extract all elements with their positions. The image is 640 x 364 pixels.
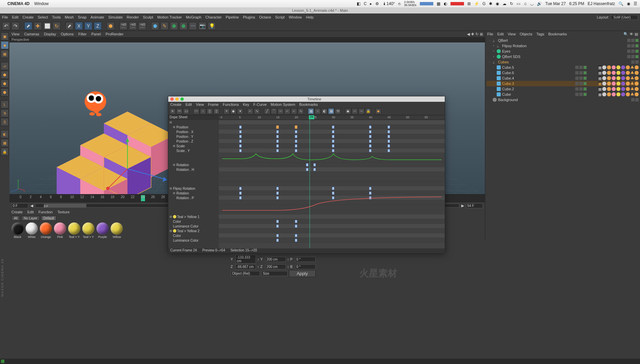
tag-icon[interactable]: ▦	[598, 71, 602, 74]
size-mode[interactable]: Size	[261, 271, 288, 276]
keyframe[interactable]	[332, 196, 334, 200]
vis-render-toggle[interactable]	[579, 71, 583, 74]
menu-motion-tracker[interactable]: Motion Tracker	[157, 15, 182, 19]
menubar-icon[interactable]: ☁	[502, 1, 506, 6]
keyframe[interactable]	[313, 168, 316, 171]
material-tag[interactable]	[612, 65, 616, 69]
playhead-marker[interactable]: 24	[141, 195, 145, 201]
tag-icon[interactable]: ▦	[598, 76, 602, 80]
menu-render[interactable]: Render	[127, 15, 139, 19]
vis-editor-toggle[interactable]	[575, 82, 579, 85]
vis-editor-toggle[interactable]	[575, 87, 579, 91]
tlw-menu-motion-system[interactable]: Motion System	[271, 102, 295, 107]
fold-icon[interactable]: ⊟	[170, 121, 172, 124]
keyframe[interactable]	[369, 144, 372, 148]
keyframe[interactable]	[369, 125, 372, 129]
tlw-tree-row[interactable]: ⊟Rotation	[168, 191, 219, 195]
vp-menu-display[interactable]: Display	[44, 32, 56, 36]
texture-mode[interactable]: ▦	[1, 50, 9, 58]
material-tag[interactable]	[616, 76, 620, 80]
material-tag[interactable]	[607, 87, 611, 91]
keyframe[interactable]	[369, 196, 372, 200]
scale-tool[interactable]: ⬜	[43, 22, 51, 30]
vis-render-toggle[interactable]	[631, 39, 635, 42]
keyframe[interactable]	[332, 140, 334, 143]
keyframe[interactable]	[295, 135, 297, 138]
tlw-tree-row[interactable]: ⊟Flipsy Rotation	[168, 186, 219, 191]
snap-mode[interactable]: S	[1, 118, 9, 126]
keyframe[interactable]	[313, 163, 316, 166]
keyframe[interactable]	[239, 191, 242, 195]
menubar-icon[interactable]: ♫	[524, 1, 527, 6]
fold-icon[interactable]: ⊟	[173, 126, 176, 128]
menu-help[interactable]: Help	[306, 15, 314, 19]
vis-editor-toggle[interactable]	[575, 66, 579, 69]
vp-menu-options[interactable]: Options	[61, 32, 74, 36]
tag-icon[interactable]	[631, 65, 634, 68]
keyframe[interactable]	[369, 140, 372, 143]
keyframe[interactable]	[295, 149, 297, 152]
track-row[interactable]	[219, 191, 445, 195]
track-row[interactable]	[219, 139, 445, 144]
tlw-tool[interactable]: ─	[358, 108, 365, 114]
keyframe[interactable]	[239, 149, 242, 152]
vis-editor-toggle[interactable]	[631, 60, 635, 64]
timeline-tracks[interactable]: 051015202530354045505524	[219, 115, 445, 248]
track-row[interactable]	[219, 186, 445, 191]
rot-p[interactable]: 0 °	[295, 257, 316, 262]
menubar-icon[interactable]: ▦	[437, 1, 440, 6]
tree-row-cube-3[interactable]: Cube.3▦	[487, 81, 639, 86]
tlw-tree-row[interactable]: Position . Y	[168, 134, 219, 139]
tlw-menu-f-curve[interactable]: F-Curve	[253, 102, 267, 107]
frame-start-input[interactable]	[11, 203, 28, 208]
tag-icon[interactable]: ▦	[598, 65, 602, 69]
menubar-icon[interactable]: ⚙	[375, 1, 379, 6]
material-tag[interactable]	[607, 92, 611, 96]
tlw-menu-bookmarks[interactable]: Bookmarks	[299, 102, 318, 107]
camera[interactable]: 📷	[198, 22, 206, 30]
tlw-menu-functions[interactable]: Functions	[223, 102, 239, 107]
keyframe[interactable]	[239, 144, 242, 148]
app-name[interactable]: CINEMA 4D	[7, 1, 30, 6]
track-row[interactable]	[219, 129, 445, 134]
material-tag[interactable]	[635, 76, 639, 80]
undo-button[interactable]: ↶	[2, 22, 10, 30]
menu-script[interactable]: Script	[275, 15, 285, 19]
om-menu-bookmarks[interactable]: Bookmarks	[548, 32, 567, 36]
keyframe[interactable]	[306, 168, 309, 171]
tlw-tangent[interactable]: ╱	[264, 108, 270, 114]
tlw-tree-row[interactable]: Position . Z	[168, 139, 219, 144]
keyframe[interactable]	[276, 224, 279, 228]
track-row[interactable]	[219, 219, 445, 224]
locked-workplane[interactable]: ▦	[1, 139, 9, 147]
vis-editor-toggle[interactable]	[575, 93, 579, 96]
tlw-tree-row[interactable]: Position . X	[168, 129, 219, 134]
tlw-key-tool[interactable]: ▾	[237, 108, 243, 114]
date[interactable]: Tue Mar 27	[545, 1, 566, 6]
enable-toggle[interactable]	[635, 50, 639, 53]
timeline-titlebar[interactable]: Timeline	[168, 96, 445, 102]
expand-icon[interactable]: +	[492, 55, 495, 58]
vp-menu-filter[interactable]: Filter	[78, 32, 86, 36]
pos-z[interactable]: -66.667 cm	[235, 264, 256, 269]
menu-sculpt[interactable]: Sculpt	[143, 15, 153, 19]
material-tag[interactable]	[612, 87, 616, 91]
material-tag[interactable]	[635, 65, 639, 69]
vis-render-toggle[interactable]	[631, 50, 635, 53]
volume-icon[interactable]: 🔊	[537, 1, 542, 6]
siri-icon[interactable]: ◉	[627, 1, 630, 6]
material-tag[interactable]	[602, 92, 606, 96]
vis-render-toggle[interactable]	[579, 93, 583, 96]
move-tool[interactable]: ✚	[34, 22, 42, 30]
environment[interactable]: 〰	[189, 22, 197, 30]
tree-row-cube-4[interactable]: Cube.4▦	[487, 75, 639, 81]
material-tag[interactable]	[621, 71, 625, 75]
tlw-tree-row[interactable]: Scale . Y	[168, 148, 219, 153]
keyframe[interactable]	[295, 239, 297, 242]
om-menu-objects[interactable]: Objects	[520, 32, 532, 36]
mac-menu-window[interactable]: Window	[34, 1, 49, 6]
material-tag[interactable]	[635, 92, 639, 96]
tree-row-qbert[interactable]: -⟂QBert	[487, 38, 639, 43]
vp-nav-icon[interactable]: ✚	[471, 32, 474, 36]
tree-row-flipsy-rotation[interactable]: +⟂Flipsy Rotation	[487, 43, 639, 49]
